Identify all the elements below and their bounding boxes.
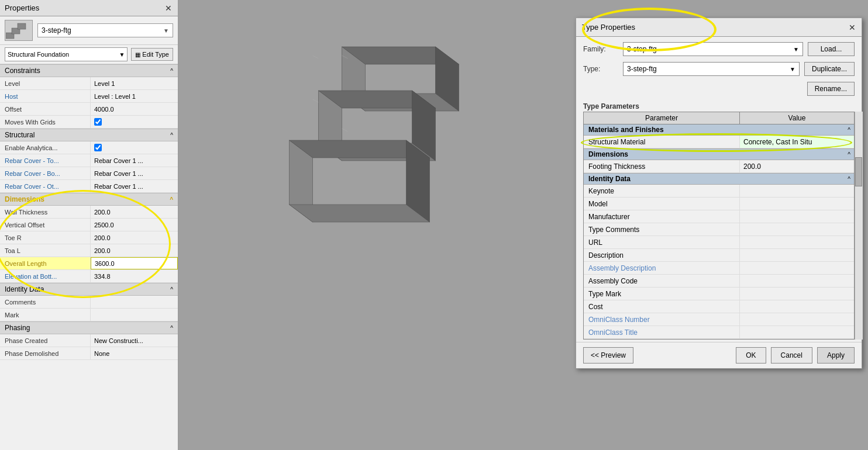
prop-value-moves-with-grids[interactable]	[91, 116, 178, 128]
structural-label: Structural	[5, 131, 35, 139]
value-description[interactable]	[740, 249, 854, 261]
type-value-arrow: ▼	[790, 66, 795, 72]
dialog-close-button[interactable]: ✕	[849, 23, 856, 32]
prop-row-overall-length: Overall Length 3600.0	[0, 257, 178, 270]
prop-row-level: Level Level 1	[0, 77, 178, 90]
type-properties-dialog: Type Properties ✕ Family: 3-step-ftg ▼ L…	[576, 18, 862, 369]
value-footing-thickness[interactable]: 200.0	[740, 160, 854, 172]
type-value-dropdown[interactable]: 3-step-ftg ▼	[623, 62, 800, 76]
value-type-comments[interactable]	[740, 223, 854, 236]
row-type-comments: Type Comments	[584, 223, 854, 236]
properties-scroll-area[interactable]: Constraints ^ Level Level 1 Host Level :…	[0, 64, 178, 450]
scrollbar-thumb[interactable]	[855, 157, 862, 186]
label-omniclass-title: OmniClass Title	[584, 326, 740, 338]
prop-value-vertical-offset[interactable]: 2500.0	[91, 219, 178, 231]
section-identity-data: Identity Data ^	[584, 173, 854, 185]
family-value-arrow: ▼	[793, 46, 799, 53]
value-type-mark[interactable]	[740, 288, 854, 300]
type-selector-row: Structural Foundation ▼ ▦ Edit Type	[0, 45, 178, 64]
prop-value-mark[interactable]	[91, 309, 178, 321]
prop-value-rebar-other: Rebar Cover 1 ...	[91, 180, 178, 192]
prop-value-comments[interactable]	[91, 296, 178, 308]
section-materials-arrow[interactable]: ^	[844, 126, 854, 134]
value-cost[interactable]	[740, 300, 854, 313]
type-value-text: 3-step-ftg	[627, 65, 790, 73]
structural-collapse[interactable]: ^	[170, 132, 173, 139]
prop-label-level: Level	[0, 77, 91, 89]
prop-value-enable-analytical[interactable]	[91, 141, 178, 154]
svg-marker-14	[290, 205, 430, 222]
category-dropdown[interactable]: Structural Foundation ▼	[5, 47, 128, 61]
dimensions-collapse[interactable]: ^	[170, 196, 173, 203]
constraints-section-header: Constraints ^	[0, 64, 178, 77]
value-url[interactable]	[740, 236, 854, 248]
prop-value-toa-l[interactable]: 200.0	[91, 244, 178, 257]
label-omniclass-number: OmniClass Number	[584, 313, 740, 326]
label-type-comments: Type Comments	[584, 223, 740, 236]
label-cost: Cost	[584, 300, 740, 313]
prop-row-wall-thickness: Wall Thickness 200.0	[0, 206, 178, 219]
rename-button[interactable]: Rename...	[807, 82, 855, 96]
row-description: Description	[584, 249, 854, 262]
prop-label-enable-analytical: Enable Analytica...	[0, 141, 91, 154]
cancel-button[interactable]: Cancel	[771, 347, 812, 364]
identity-data-section-header: Identity Data ^	[0, 283, 178, 296]
family-name-dropdown[interactable]: 3-step-ftg ▼	[37, 23, 173, 37]
prop-label-phase-demolished: Phase Demolished	[0, 347, 91, 359]
label-description: Description	[584, 249, 740, 261]
prop-label-phase-created: Phase Created	[0, 334, 91, 347]
prop-value-level: Level 1	[91, 77, 178, 89]
prop-label-host: Host	[0, 90, 91, 102]
prop-row-phase-demolished: Phase Demolished None	[0, 347, 178, 360]
apply-button[interactable]: Apply	[817, 347, 855, 364]
prop-label-overall-length: Overall Length	[0, 257, 91, 269]
prop-label-rebar-top: Rebar Cover - To...	[0, 154, 91, 167]
edit-type-button[interactable]: ▦ Edit Type	[131, 48, 173, 61]
label-model: Model	[584, 198, 740, 210]
moves-with-grids-checkbox[interactable]	[94, 118, 102, 126]
phasing-collapse[interactable]: ^	[170, 325, 173, 331]
prop-row-elevation-bott: Elevation at Bott... 334.8	[0, 270, 178, 283]
ok-button[interactable]: OK	[736, 347, 766, 364]
prop-value-offset[interactable]: 4000.0	[91, 103, 178, 115]
type-label: Type:	[583, 65, 618, 73]
value-model[interactable]	[740, 198, 854, 210]
category-arrow: ▼	[119, 51, 125, 58]
row-footing-thickness: Footing Thickness 200.0	[584, 160, 854, 173]
section-identity-arrow[interactable]: ^	[844, 175, 854, 184]
family-icon	[5, 20, 33, 41]
value-assembly-code[interactable]	[740, 275, 854, 287]
constraints-collapse[interactable]: ^	[170, 68, 173, 74]
preview-button[interactable]: << Preview	[583, 347, 633, 364]
enable-analytical-checkbox[interactable]	[94, 144, 102, 151]
properties-close-button[interactable]: ✕	[164, 4, 173, 13]
svg-line-18	[342, 129, 348, 131]
prop-value-overall-length[interactable]: 3600.0	[91, 257, 178, 269]
duplicate-button[interactable]: Duplicate...	[804, 62, 855, 76]
value-structural-material[interactable]: Concrete, Cast In Situ	[740, 136, 854, 148]
family-value-dropdown[interactable]: 3-step-ftg ▼	[623, 42, 803, 56]
param-table-header: Parameter Value	[584, 112, 854, 124]
identity-data-collapse[interactable]: ^	[170, 286, 173, 293]
prop-value-toe-r[interactable]: 200.0	[91, 231, 178, 244]
dialog-footer: << Preview OK Cancel Apply	[576, 342, 862, 368]
value-keynote[interactable]	[740, 185, 854, 197]
prop-label-offset: Offset	[0, 103, 91, 115]
family-name-text: 3-step-ftg	[42, 26, 163, 34]
label-assembly-code: Assembly Code	[584, 275, 740, 287]
phasing-section-header: Phasing ^	[0, 321, 178, 334]
rename-row: Rename...	[576, 79, 862, 99]
prop-value-wall-thickness[interactable]: 200.0	[91, 206, 178, 218]
prop-label-wall-thickness: Wall Thickness	[0, 206, 91, 218]
param-table-scrollbar[interactable]	[855, 112, 863, 340]
load-button[interactable]: Load...	[808, 42, 855, 56]
dialog-title: Type Properties	[582, 23, 635, 32]
category-text: Structural Foundation	[8, 51, 119, 58]
prop-label-elevation-bott: Elevation at Bott...	[0, 270, 91, 282]
value-manufacturer[interactable]	[740, 210, 854, 223]
label-footing-thickness: Footing Thickness	[584, 160, 740, 172]
label-assembly-description: Assembly Description	[584, 262, 740, 274]
section-dimensions-arrow[interactable]: ^	[844, 150, 854, 159]
prop-label-rebar-other: Rebar Cover - Ot...	[0, 180, 91, 192]
svg-line-15	[313, 56, 319, 58]
